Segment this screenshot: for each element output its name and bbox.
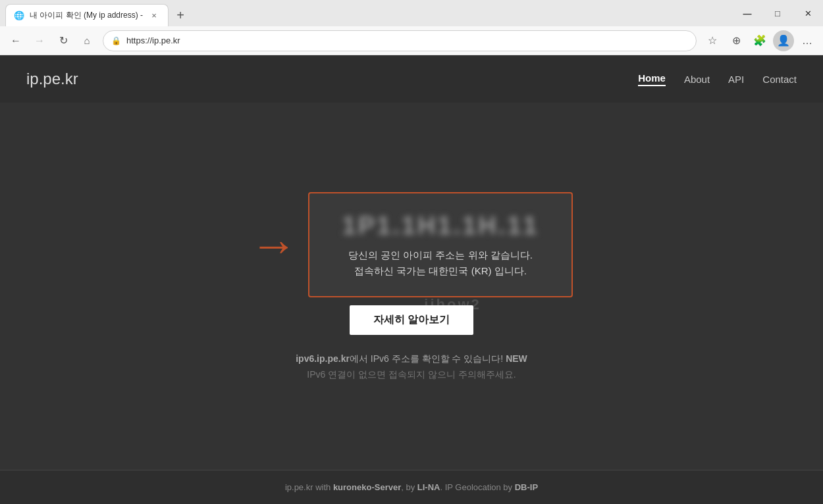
ip-description-1: 당신의 공인 아이피 주소는 위와 같습니다. bbox=[342, 249, 539, 262]
footer-server: kuroneko-Server bbox=[333, 482, 401, 492]
collections-icon[interactable]: ⊕ bbox=[726, 30, 747, 51]
footer-geo-prefix: . IP Geolocation by bbox=[440, 482, 514, 492]
ipv6-line-1: ipv6.ip.pe.kr에서 IPv6 주소를 확인할 수 있습니다! NEW bbox=[296, 353, 527, 365]
nav-api[interactable]: API bbox=[728, 74, 744, 85]
new-tab-button[interactable]: + bbox=[171, 6, 190, 24]
footer-by: , by bbox=[401, 482, 417, 492]
ip-address-display: 1P1.1H1.1H.11 bbox=[342, 212, 539, 240]
site-header: ip.pe.kr Home About API Contact bbox=[0, 55, 823, 103]
back-button[interactable]: ← bbox=[5, 30, 26, 51]
nav-about[interactable]: About bbox=[684, 74, 710, 85]
ipv6-section: ipv6.ip.pe.kr에서 IPv6 주소를 확인할 수 있습니다! NEW… bbox=[296, 353, 527, 381]
arrow-icon: → bbox=[250, 221, 298, 268]
footer-author: LI-NA bbox=[417, 482, 440, 492]
learn-more-button[interactable]: 자세히 알아보기 bbox=[350, 305, 473, 335]
minimize-button[interactable]: — bbox=[732, 0, 762, 26]
active-tab[interactable]: 🌐 내 아이피 확인 (My ip address) - × bbox=[5, 4, 169, 26]
url-text: https://ip.pe.kr bbox=[126, 36, 688, 45]
new-badge: NEW bbox=[506, 353, 527, 364]
toolbar: ← → ↻ ⌂ 🔒 https://ip.pe.kr ☆ ⊕ 🧩 👤 … bbox=[0, 26, 823, 55]
ipv6-line-2: IPv6 연결이 없으면 접속되지 않으니 주의해주세요. bbox=[296, 369, 527, 381]
browser-extension-icon[interactable]: 🧩 bbox=[749, 30, 770, 51]
tab-favicon: 🌐 bbox=[14, 11, 24, 20]
ip-description-2: 접속하신 국가는 대한민국 (KR) 입니다. bbox=[342, 265, 539, 278]
favorites-star-icon[interactable]: ☆ bbox=[702, 30, 723, 51]
more-options-icon[interactable]: … bbox=[797, 30, 818, 51]
footer-prefix: ip.pe.kr with bbox=[285, 482, 333, 492]
footer-geo: DB-IP bbox=[515, 482, 538, 492]
ip-section: → 1P1.1H1.1H.11 당신의 공인 아이피 주소는 위와 같습니다. … bbox=[250, 192, 573, 297]
profile-icon[interactable]: 👤 bbox=[773, 30, 794, 51]
browser-window: 🌐 내 아이피 확인 (My ip address) - × + — □ ✕ ←… bbox=[0, 0, 823, 504]
lock-icon: 🔒 bbox=[111, 36, 121, 45]
home-button[interactable]: ⌂ bbox=[76, 30, 97, 51]
title-bar: 🌐 내 아이피 확인 (My ip address) - × + — □ ✕ bbox=[0, 0, 823, 26]
address-bar[interactable]: 🔒 https://ip.pe.kr bbox=[103, 30, 697, 51]
nav-contact[interactable]: Contact bbox=[762, 74, 797, 85]
site-main: → 1P1.1H1.1H.11 당신의 공인 아이피 주소는 위와 같습니다. … bbox=[0, 103, 823, 470]
close-button[interactable]: ✕ bbox=[793, 0, 823, 26]
forward-button[interactable]: → bbox=[29, 30, 50, 51]
site-footer: ip.pe.kr with kuroneko-Server, by LI-NA.… bbox=[0, 470, 823, 504]
tab-title: 내 아이피 확인 (My ip address) - bbox=[30, 10, 143, 21]
nav-home[interactable]: Home bbox=[638, 72, 666, 86]
ipv6-link[interactable]: ipv6.ip.pe.kr bbox=[296, 353, 350, 364]
website: ip.pe.kr Home About API Contact → 1P1.1H… bbox=[0, 55, 823, 504]
refresh-button[interactable]: ↻ bbox=[53, 30, 74, 51]
tab-close-button[interactable]: × bbox=[148, 10, 160, 22]
ip-card: 1P1.1H1.1H.11 당신의 공인 아이피 주소는 위와 같습니다. 접속… bbox=[308, 192, 573, 297]
site-logo[interactable]: ip.pe.kr bbox=[26, 70, 78, 88]
maximize-button[interactable]: □ bbox=[762, 0, 793, 26]
window-controls: — □ ✕ bbox=[732, 0, 823, 26]
ipv6-mid-text: 에서 IPv6 주소를 확인할 수 있습니다! bbox=[350, 353, 503, 364]
site-nav: Home About API Contact bbox=[638, 72, 797, 86]
